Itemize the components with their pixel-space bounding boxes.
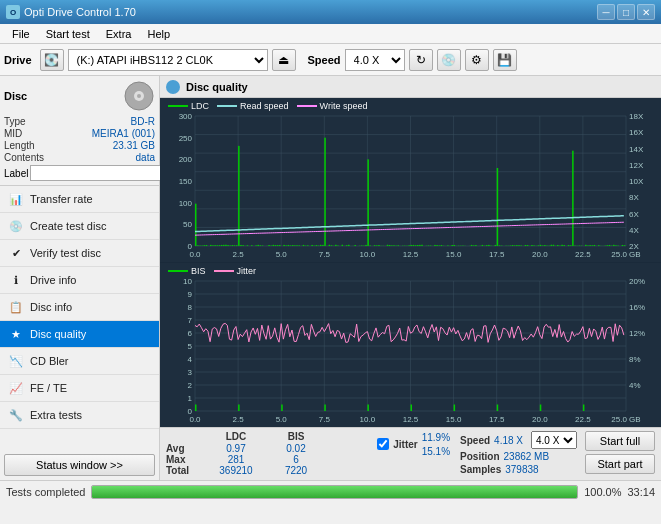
sidebar-item-verify-test-disc[interactable]: ✔ Verify test disc [0, 240, 159, 267]
progress-text: 100.0% [584, 486, 621, 498]
speed-select[interactable]: 4.0 X [345, 49, 405, 71]
legend-ldc: LDC [168, 101, 209, 111]
progress-bar-container [91, 485, 578, 499]
disc-label-input[interactable] [30, 165, 163, 181]
disc-label-text: Label [4, 168, 28, 179]
status-window-button[interactable]: Status window >> [4, 454, 155, 476]
verify-test-disc-icon: ✔ [8, 245, 24, 261]
legend-write-speed-color [297, 105, 317, 107]
progress-bar-fill [92, 486, 577, 498]
disc-contents-row: Contents data [4, 152, 155, 163]
sidebar-item-disc-quality[interactable]: ★ Disc quality [0, 321, 159, 348]
eject-button[interactable]: ⏏ [272, 49, 296, 71]
stats-header-row: LDC BIS [166, 431, 369, 442]
legend-ldc-color [168, 105, 188, 107]
start-part-button[interactable]: Start part [585, 454, 655, 474]
disc-button[interactable]: 💿 [437, 49, 461, 71]
sidebar-item-drive-info[interactable]: ℹ Drive info [0, 267, 159, 294]
samples-key: Samples [460, 464, 501, 475]
refresh-button[interactable]: ↻ [409, 49, 433, 71]
title-bar-left: O Opti Drive Control 1.70 [6, 5, 136, 19]
maximize-button[interactable]: □ [617, 4, 635, 20]
svg-point-2 [137, 94, 141, 98]
minimize-button[interactable]: ─ [597, 4, 615, 20]
toolbar: Drive 💽 (K:) ATAPI iHBS112 2 CL0K ⏏ Spee… [0, 44, 661, 76]
stats-table: LDC BIS Avg 0.97 0.02 Max 281 6 Total [166, 431, 369, 476]
time-text: 33:14 [627, 486, 655, 498]
save-button[interactable]: 💾 [493, 49, 517, 71]
verify-test-disc-label: Verify test disc [30, 247, 101, 259]
drive-label: Drive [4, 54, 32, 66]
sidebar-item-extra-tests[interactable]: 🔧 Extra tests [0, 402, 159, 429]
stats-max-bis: 6 [266, 454, 326, 465]
disc-length-value: 23.31 GB [113, 140, 155, 151]
disc-quality-header: Disc quality [160, 76, 661, 98]
sidebar-item-disc-info[interactable]: 📋 Disc info [0, 294, 159, 321]
close-button[interactable]: ✕ [637, 4, 655, 20]
stats-total-label: Total [166, 465, 206, 476]
sidebar-nav: 📊 Transfer rate 💿 Create test disc ✔ Ver… [0, 186, 159, 450]
chart-top: LDC Read speed Write speed [160, 98, 661, 263]
transfer-rate-icon: 📊 [8, 191, 24, 207]
sidebar-item-fe-te[interactable]: 📈 FE / TE [0, 375, 159, 402]
speed-key: Speed [460, 435, 490, 446]
disc-type-row: Type BD-R [4, 116, 155, 127]
sidebar-item-cd-bler[interactable]: 📉 CD Bler [0, 348, 159, 375]
settings-button[interactable]: ⚙ [465, 49, 489, 71]
samples-value: 379838 [505, 464, 538, 475]
legend-jitter-color [214, 270, 234, 272]
jitter-checkbox[interactable] [377, 438, 389, 450]
legend-bis-label: BIS [191, 266, 206, 276]
legend-read-speed-label: Read speed [240, 101, 289, 111]
speed-info: Speed 4.18 X 4.0 X Position 23862 MB Sam… [460, 431, 577, 477]
disc-info-label: Disc info [30, 301, 72, 313]
title-bar: O Opti Drive Control 1.70 ─ □ ✕ [0, 0, 661, 24]
stats-total-ldc: 369210 [206, 465, 266, 476]
speed-dropdown[interactable]: 4.0 X [531, 431, 577, 449]
disc-quality-icon: ★ [8, 326, 24, 342]
drive-info-icon: ℹ [8, 272, 24, 288]
fe-te-label: FE / TE [30, 382, 67, 394]
disc-title: Disc [4, 90, 27, 102]
legend-ldc-label: LDC [191, 101, 209, 111]
stats-max-ldc: 281 [206, 454, 266, 465]
top-chart-canvas [160, 98, 661, 262]
sidebar-item-create-test-disc[interactable]: 💿 Create test disc [0, 213, 159, 240]
legend-bis: BIS [168, 266, 206, 276]
app-icon: O [6, 5, 20, 19]
speed-label: Speed [308, 54, 341, 66]
drive-info-label: Drive info [30, 274, 76, 286]
extra-tests-icon: 🔧 [8, 407, 24, 423]
stats-total-row: Total 369210 7220 [166, 465, 369, 476]
start-full-button[interactable]: Start full [585, 431, 655, 451]
sidebar: Disc Type BD-R MID MEIRA1 (001) Length 2… [0, 76, 160, 480]
bottom-chart-canvas [160, 263, 661, 427]
disc-section: Disc Type BD-R MID MEIRA1 (001) Length 2… [0, 76, 159, 186]
disc-contents-label: Contents [4, 152, 44, 163]
stats-row: LDC BIS Avg 0.97 0.02 Max 281 6 Total [166, 431, 655, 477]
menu-file[interactable]: File [4, 27, 38, 41]
menu-starttest[interactable]: Start test [38, 27, 98, 41]
menu-extra[interactable]: Extra [98, 27, 140, 41]
disc-mid-label: MID [4, 128, 22, 139]
fe-te-icon: 📈 [8, 380, 24, 396]
jitter-values: 11.9% 15.1% [422, 431, 450, 457]
stats-avg-label: Avg [166, 443, 206, 454]
disc-type-value: BD-R [131, 116, 155, 127]
menu-help[interactable]: Help [139, 27, 178, 41]
jitter-max-row: 15.1% [422, 445, 450, 457]
legend-write-speed: Write speed [297, 101, 368, 111]
stats-area: LDC BIS Avg 0.97 0.02 Max 281 6 Total [160, 427, 661, 480]
title-bar-controls: ─ □ ✕ [597, 4, 655, 20]
disc-length-row: Length 23.31 GB [4, 140, 155, 151]
disc-quality-label: Disc quality [30, 328, 86, 340]
drive-select[interactable]: (K:) ATAPI iHBS112 2 CL0K [68, 49, 268, 71]
drive-icon-button[interactable]: 💽 [40, 49, 64, 71]
stats-col-ldc: LDC [206, 431, 266, 442]
main-content: Disc Type BD-R MID MEIRA1 (001) Length 2… [0, 76, 661, 480]
stats-max-label: Max [166, 454, 206, 465]
position-key: Position [460, 451, 499, 462]
chart-bottom: BIS Jitter [160, 263, 661, 427]
jitter-section: Jitter 11.9% 15.1% [377, 431, 450, 457]
sidebar-item-transfer-rate[interactable]: 📊 Transfer rate [0, 186, 159, 213]
